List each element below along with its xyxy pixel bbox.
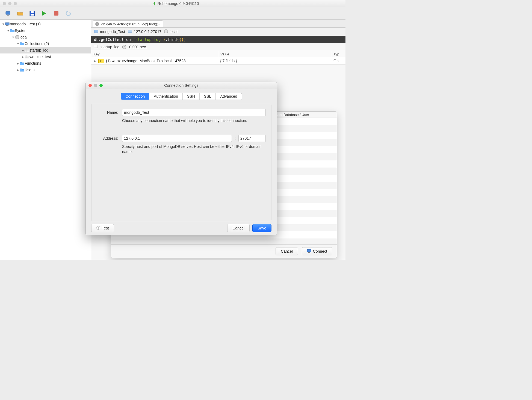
disclosure-down-icon[interactable]: ▼ [16, 42, 20, 45]
tree-users-label: Users [25, 68, 35, 72]
dialog-tabs-row: Connection Authentication SSH SSL Advanc… [86, 93, 277, 100]
monitor-icon [307, 249, 311, 254]
svg-rect-19 [128, 30, 132, 32]
result-row[interactable]: ▶ { } (1) wenxuezhangdeMacBook-Pro.local… [91, 57, 345, 65]
result-time-label: 0.001 sec. [129, 45, 147, 49]
svg-rect-28 [307, 249, 311, 252]
q-getc: getCollection [101, 37, 131, 42]
server-icon [94, 29, 98, 34]
tree-wenxue-test[interactable]: ▶ wenxue_test [0, 53, 91, 60]
svg-rect-13 [25, 55, 29, 58]
q-paren: ( [177, 37, 179, 42]
tree-collections[interactable]: ▼ Collections (2) [0, 40, 91, 47]
tree-connection-label: mongodb_Test (1) [10, 22, 41, 26]
disclosure-right-icon[interactable]: ▶ [21, 49, 25, 52]
minimize-window-icon[interactable] [8, 2, 11, 5]
q-dot: . [99, 37, 101, 42]
crumb-host-label: 127.0.0.1:27017 [134, 29, 161, 34]
svg-rect-21 [94, 45, 98, 48]
query-bar[interactable]: db.getCollection('startup_log').find({}) [91, 36, 345, 43]
col-key[interactable]: Key [91, 51, 218, 57]
connection-settings-dialog: Connection Settings Connection Authentic… [85, 82, 277, 235]
tab-ssh[interactable]: SSH [183, 93, 200, 100]
connect-icon[interactable] [5, 10, 11, 17]
q-paren: ) [184, 37, 186, 42]
info-icon: ! [96, 226, 100, 231]
tab-advanced[interactable]: Advanced [216, 93, 241, 100]
connections-connect-button[interactable]: Connect [302, 247, 332, 255]
tab-connection[interactable]: Connection [121, 93, 149, 100]
save-button[interactable]: Save [252, 224, 271, 232]
q-dot: . [165, 37, 167, 42]
folder-icon [20, 41, 25, 46]
tab-authentication[interactable]: Authentication [149, 93, 183, 100]
q-paren: ( [131, 37, 133, 42]
dialog-tabs: Connection Authentication SSH SSL Advanc… [121, 93, 242, 100]
tree-local-db[interactable]: ▼ local [0, 34, 91, 40]
disclosure-right-icon[interactable]: ▶ [16, 68, 20, 71]
tree-local-label: local [20, 35, 28, 39]
svg-rect-17 [94, 30, 98, 32]
stop-icon[interactable] [53, 10, 60, 17]
app-window: Robomongo 0.9.0-RC10 ▼ mongodb_Test (1) … [0, 0, 345, 260]
disclosure-right-icon[interactable]: ▶ [93, 59, 97, 62]
document-tab-label: db.getCollection('startup_log').find({}) [101, 22, 159, 26]
svg-rect-4 [31, 11, 34, 13]
row-type-label: Ob [331, 59, 345, 63]
tree-system[interactable]: ▼ System [0, 27, 91, 34]
rotate-icon[interactable] [65, 10, 72, 17]
svg-rect-9 [25, 49, 29, 52]
port-input[interactable] [238, 135, 266, 142]
host-icon [128, 29, 132, 34]
q-braces: {} [179, 37, 184, 42]
result-header: startup_log 0.001 sec. [91, 43, 345, 51]
tab-ssl[interactable]: SSL [200, 93, 216, 100]
zoom-window-icon[interactable] [14, 2, 17, 5]
crumb-connection[interactable]: mongodb_Test [94, 29, 125, 34]
host-input[interactable] [122, 135, 232, 142]
disclosure-down-icon[interactable]: ▼ [7, 29, 10, 32]
q-paren: ) [163, 37, 165, 42]
disclosure-right-icon[interactable]: ▶ [16, 62, 20, 65]
close-window-icon[interactable] [3, 2, 6, 5]
connections-cancel-button[interactable]: Cancel [276, 247, 298, 255]
collection-icon [25, 48, 29, 52]
tree-functions[interactable]: ▶ Functions [0, 60, 91, 67]
connection-name-input[interactable] [122, 109, 266, 116]
collection-icon [25, 55, 29, 59]
address-separator: : [235, 136, 236, 141]
svg-rect-5 [54, 11, 58, 16]
address-row: Address: : Specify host and port of Mong… [97, 135, 266, 154]
folder-icon [20, 61, 25, 65]
col-auth[interactable]: Auth. Database / User [272, 112, 337, 118]
database-icon [15, 35, 20, 39]
document-tab[interactable]: ✕ db.getCollection('startup_log').find({… [93, 20, 163, 27]
crumb-host[interactable]: 127.0.0.1:27017 [128, 29, 161, 34]
disclosure-down-icon[interactable]: ▼ [11, 36, 15, 39]
dialog-footer: ! Test Cancel Save [86, 221, 277, 235]
save-icon[interactable] [29, 10, 36, 17]
tree-connection[interactable]: ▼ mongodb_Test (1) [0, 21, 91, 27]
database-icon [164, 29, 168, 34]
col-value[interactable]: Value [218, 51, 331, 57]
connections-connect-label: Connect [313, 249, 327, 253]
test-button[interactable]: ! Test [91, 224, 114, 232]
result-collection-label: startup_log [101, 45, 119, 49]
col-type[interactable]: Typ [331, 51, 345, 57]
tab-close-icon[interactable]: ✕ [95, 22, 99, 26]
row-value-label: { 7 fields } [218, 59, 331, 63]
crumb-db[interactable]: local [164, 29, 178, 34]
tree-startup-log[interactable]: ▶ startup_log [0, 47, 91, 53]
row-key-label: (1) wenxuezhangdeMacBook-Pro.local-14752… [106, 59, 189, 63]
folder-icon [10, 28, 15, 33]
collection-icon [94, 45, 98, 49]
q-arg: 'startup_log' [133, 37, 163, 42]
disclosure-down-icon[interactable]: ▼ [2, 23, 5, 26]
folder-icon [20, 68, 25, 72]
open-icon[interactable] [17, 10, 23, 17]
tree-users[interactable]: ▶ Users [0, 67, 91, 73]
cancel-button[interactable]: Cancel [227, 224, 250, 232]
clock-icon [122, 45, 126, 49]
execute-icon[interactable] [41, 10, 48, 17]
disclosure-right-icon[interactable]: ▶ [21, 55, 25, 58]
